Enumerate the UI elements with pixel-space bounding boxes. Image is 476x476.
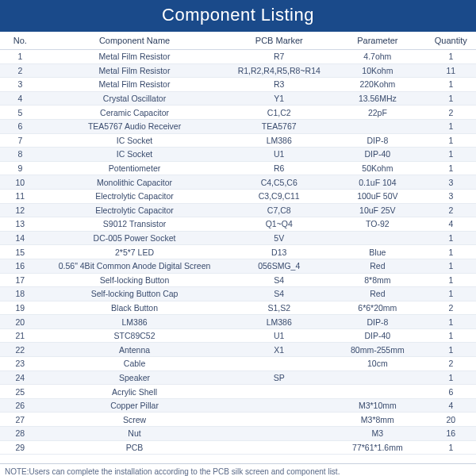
cell-param: 8*8mm <box>329 273 425 287</box>
cell-qty: 1 <box>426 273 476 287</box>
table-row: 1Metal Film ResistorR74.7ohm1 <box>0 50 476 64</box>
table-row: 152*5*7 LEDD13Blue1 <box>0 245 476 259</box>
cell-no: 10 <box>0 175 40 190</box>
cell-name: Monolithic Capacitor <box>40 175 229 190</box>
cell-marker: LM386 <box>228 133 329 148</box>
cell-no: 5 <box>0 106 40 120</box>
cell-marker: S4 <box>228 273 329 287</box>
cell-name: Electrolytic Capacitor <box>40 203 229 217</box>
cell-marker: R6 <box>228 161 329 175</box>
cell-marker <box>228 357 329 371</box>
table-row: 8IC SocketU1DIP-401 <box>0 148 476 162</box>
cell-param <box>329 119 425 133</box>
cell-marker: R7 <box>228 50 329 64</box>
cell-param: 13.56MHz <box>329 91 425 106</box>
cell-no: 9 <box>0 161 40 175</box>
cell-no: 21 <box>0 328 40 343</box>
cell-marker: C4,C5,C6 <box>228 175 329 190</box>
cell-param: DIP-40 <box>329 328 425 343</box>
table-row: 10Monolithic CapacitorC4,C5,C60.1uF 1043 <box>0 175 476 190</box>
cell-qty: 1 <box>426 343 476 357</box>
cell-param: M3*10mm <box>329 398 425 413</box>
cell-param: 80mm-255mm <box>329 343 425 357</box>
cell-marker: 5V <box>228 231 329 245</box>
cell-marker: C7,C8 <box>228 203 329 217</box>
cell-param: 77*61*1.6mm <box>329 440 425 455</box>
cell-no: 18 <box>0 287 40 301</box>
table-body: 1Metal Film ResistorR74.7ohm12Metal Film… <box>0 50 476 455</box>
cell-marker: Q1~Q4 <box>228 217 329 232</box>
cell-param: 6*6*20mm <box>329 301 425 315</box>
cell-name: 0.56" 4Bit Common Anode Digital Screen <box>40 259 229 273</box>
cell-qty: 4 <box>426 398 476 413</box>
cell-qty: 1 <box>426 161 476 175</box>
cell-marker: LM386 <box>228 315 329 329</box>
cell-marker: 056SMG_4 <box>228 259 329 273</box>
cell-no: 1 <box>0 50 40 64</box>
table-row: 25Acrylic Shell6 <box>0 385 476 399</box>
cell-param <box>329 370 425 385</box>
cell-name: TEA5767 Audio Receiver <box>40 119 229 133</box>
cell-marker <box>228 427 329 441</box>
cell-name: Cable <box>40 357 229 371</box>
cell-marker: Y1 <box>228 91 329 106</box>
cell-param: 220Kohm <box>329 78 425 92</box>
cell-param: M3*8mm <box>329 413 425 427</box>
cell-no: 26 <box>0 398 40 413</box>
cell-marker: SP <box>228 370 329 385</box>
cell-no: 29 <box>0 440 40 455</box>
cell-name: Copper Pillar <box>40 398 229 413</box>
cell-qty: 1 <box>426 370 476 385</box>
cell-marker: D13 <box>228 245 329 259</box>
cell-name: LM386 <box>40 315 229 329</box>
cell-no: 7 <box>0 133 40 148</box>
cell-qty: 2 <box>426 203 476 217</box>
cell-qty: 6 <box>426 385 476 399</box>
cell-name: Screw <box>40 413 229 427</box>
table-header-row: No. Component Name PCB Marker Parameter … <box>0 32 476 50</box>
table-row: 9PotentiometerR650Kohm1 <box>0 161 476 175</box>
cell-qty: 1 <box>426 245 476 259</box>
cell-qty: 2 <box>426 357 476 371</box>
cell-name: PCB <box>40 440 229 455</box>
cell-qty: 1 <box>426 78 476 92</box>
table-row: 21STC89C52U1DIP-401 <box>0 328 476 343</box>
cell-marker: R3 <box>228 78 329 92</box>
footer-note: NOTE:Users can complete the installation… <box>0 463 476 476</box>
cell-no: 25 <box>0 385 40 399</box>
cell-name: Speaker <box>40 370 229 385</box>
page-title: Component Listing <box>0 0 476 32</box>
table-row: 2Metal Film ResistorR1,R2,R4,R5,R8~R1410… <box>0 63 476 78</box>
cell-qty: 1 <box>426 328 476 343</box>
table-row: 20LM386LM386DIP-81 <box>0 315 476 329</box>
cell-qty: 1 <box>426 287 476 301</box>
cell-param: 100uF 50V <box>329 189 425 203</box>
cell-param: Red <box>329 259 425 273</box>
cell-param: 0.1uF 104 <box>329 175 425 190</box>
cell-param: DIP-40 <box>329 148 425 162</box>
table-row: 4Crystal OscillatorY113.56MHz1 <box>0 91 476 106</box>
cell-param: M3 <box>329 427 425 441</box>
col-name: Component Name <box>40 32 229 50</box>
cell-marker <box>228 398 329 413</box>
col-marker: PCB Marker <box>228 32 329 50</box>
page: Component Listing No. Component Name PCB… <box>0 0 476 476</box>
cell-qty: 1 <box>426 440 476 455</box>
table-row: 22AntennaX180mm-255mm1 <box>0 343 476 357</box>
cell-name: Nut <box>40 427 229 441</box>
cell-qty: 11 <box>426 63 476 78</box>
table-row: 29PCB77*61*1.6mm1 <box>0 440 476 455</box>
cell-param: DIP-8 <box>329 315 425 329</box>
cell-param: Blue <box>329 245 425 259</box>
cell-param: Red <box>329 287 425 301</box>
cell-no: 6 <box>0 119 40 133</box>
table-row: 13S9012 TransistorQ1~Q4TO-924 <box>0 217 476 232</box>
table-row: 12Electrolytic CapacitorC7,C810uF 25V2 <box>0 203 476 217</box>
component-table: No. Component Name PCB Marker Parameter … <box>0 32 476 455</box>
cell-name: STC89C52 <box>40 328 229 343</box>
cell-qty: 3 <box>426 189 476 203</box>
col-no: No. <box>0 32 40 50</box>
cell-qty: 3 <box>426 175 476 190</box>
cell-no: 15 <box>0 245 40 259</box>
cell-qty: 4 <box>426 217 476 232</box>
